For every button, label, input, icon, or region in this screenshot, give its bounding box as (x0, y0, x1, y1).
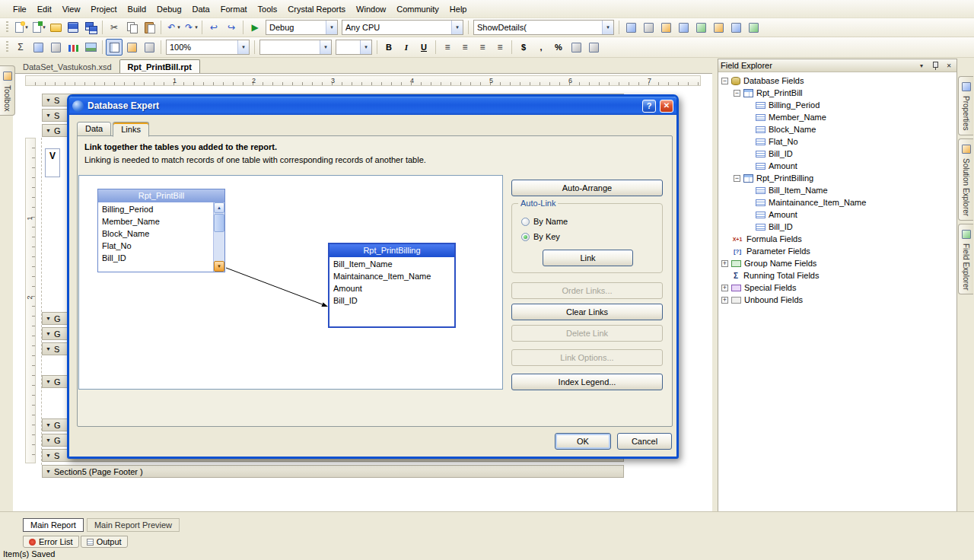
expand-box-icon[interactable]: + (721, 285, 728, 291)
properties-window-button[interactable] (675, 19, 692, 36)
insert-picture-button[interactable] (82, 39, 99, 56)
italic-button[interactable]: I (398, 39, 415, 56)
align-left-button[interactable]: ≡ (439, 39, 456, 56)
expand-box-icon[interactable]: + (721, 297, 728, 304)
align-justify-button[interactable]: ≡ (492, 39, 508, 56)
ok-button[interactable]: OK (555, 433, 611, 450)
tree-item-bill-item-name[interactable]: Bill_Item_Name (718, 184, 956, 196)
insert-summary-button[interactable]: Σ (12, 39, 29, 56)
tree-item-block-name[interactable]: Block_Name (718, 123, 956, 135)
link-table-title[interactable]: Rpt_PrintBilling (329, 244, 454, 257)
tree-item-rpt-printbill[interactable]: −Rpt_PrintBill (718, 87, 956, 99)
save-button[interactable] (65, 19, 81, 36)
dialog-tab-data[interactable]: Data (77, 122, 111, 136)
menu-item-build[interactable]: Build (123, 2, 151, 16)
object-browser-button[interactable] (692, 19, 709, 36)
document-tab-dataset-vastukosh-xsd[interactable]: DataSet_Vastukosh.xsd (15, 60, 119, 73)
tree-item-member-name[interactable]: Member_Name (718, 111, 956, 123)
close-icon[interactable]: ✕ (944, 61, 954, 71)
scrollbar[interactable]: ▲▼ (213, 202, 224, 272)
tree-item-unbound-fields[interactable]: +Unbound Fields (718, 294, 956, 306)
link-table-rpt-printbilling[interactable]: Rpt_PrintBillingBill_Item_NameMaintainan… (328, 243, 456, 328)
window-position-icon[interactable]: ▾ (916, 61, 927, 71)
link-field-maintainance-item-name[interactable]: Maintainance_Item_Name (329, 270, 454, 282)
menu-item-tools[interactable]: Tools (253, 2, 283, 16)
platform-combo[interactable]: Any CPU▾ (342, 20, 463, 35)
link-field-amount[interactable]: Amount (329, 282, 454, 294)
field-explorer-header[interactable]: Field Explorer ▾ ✕ (718, 59, 956, 72)
report-tab-main-report-preview[interactable]: Main Report Preview (87, 518, 180, 532)
link-canvas[interactable]: Rpt_PrintBillBilling_PeriodMember_NameBl… (78, 175, 503, 390)
tree-item-special-fields[interactable]: +Special Fields (718, 282, 956, 294)
chevron-down-icon[interactable]: ▾ (320, 40, 331, 54)
chevron-down-icon[interactable]: ▾ (360, 40, 371, 54)
menu-item-data[interactable]: Data (187, 2, 215, 16)
index-legend-button[interactable]: Index Legend... (511, 374, 663, 390)
tree-item-maintainance-item-name[interactable]: Maintainance_Item_Name (718, 196, 956, 208)
percent-button[interactable]: % (550, 39, 567, 56)
decrease-decimal-button[interactable] (585, 39, 602, 56)
find-combo[interactable]: ShowDetails(▾ (473, 20, 614, 35)
expand-box-icon[interactable]: + (721, 260, 728, 267)
dialog-title-bar[interactable]: Database Expert ? ✕ (69, 97, 676, 115)
panel-tab-output[interactable]: Output (81, 536, 128, 548)
debug-target-combo[interactable]: Debug▾ (266, 20, 338, 35)
start-debug-button[interactable]: ▶ (247, 19, 263, 36)
chevron-down-icon[interactable]: ▾ (326, 21, 337, 34)
toolbar-grip[interactable] (5, 41, 9, 53)
link-button[interactable]: Link (543, 250, 633, 266)
menu-item-format[interactable]: Format (215, 2, 253, 16)
auto-arrange-button[interactable]: Auto-Arrange (511, 180, 663, 196)
underline-button[interactable]: U (415, 39, 432, 56)
close-button[interactable]: ✕ (660, 100, 673, 113)
collapse-box-icon[interactable]: − (734, 175, 740, 182)
solution-explorer-button[interactable] (657, 19, 674, 36)
menu-item-edit[interactable]: Edit (32, 2, 57, 16)
link-field-bill-id[interactable]: Bill_ID (98, 252, 224, 264)
link-field-bill-id[interactable]: Bill_ID (329, 294, 454, 307)
add-new-item-button[interactable]: ▾ (12, 19, 29, 36)
find-in-files-button[interactable] (622, 19, 639, 36)
chevron-down-icon[interactable]: ▾ (451, 21, 463, 34)
menu-item-file[interactable]: File (8, 2, 32, 16)
dialog-tab-links[interactable]: Links (113, 122, 149, 137)
menu-item-community[interactable]: Community (391, 2, 444, 16)
insert-chart-button[interactable] (65, 39, 81, 56)
auto-hide-pin-icon[interactable] (930, 61, 941, 71)
undo-button[interactable]: ↶▾ (164, 19, 181, 36)
menu-item-debug[interactable]: Debug (151, 2, 186, 16)
font-name-combo[interactable]: ▾ (259, 40, 332, 55)
tree-item-billing-period[interactable]: Billing_Period (718, 99, 956, 111)
tree-item-rpt-printbilling[interactable]: −Rpt_PrintBilling (718, 172, 956, 184)
side-tab-properties[interactable]: Properties (958, 76, 973, 135)
panel-tab-error-list[interactable]: Error List (23, 536, 79, 548)
open-file-button[interactable] (47, 19, 64, 36)
link-field-member-name[interactable]: Member_Name (98, 215, 224, 228)
scroll-up-button[interactable]: ▲ (214, 202, 224, 213)
scroll-down-button[interactable]: ▼ (214, 261, 224, 272)
currency-button[interactable]: $ (515, 39, 532, 56)
paste-button[interactable] (141, 19, 158, 36)
copy-button[interactable] (123, 19, 140, 36)
menu-item-view[interactable]: View (57, 2, 86, 16)
menu-item-window[interactable]: Window (351, 2, 391, 16)
thousands-separator-button[interactable]: , (533, 39, 549, 56)
add-item-button[interactable]: ▾ (30, 19, 46, 36)
menu-item-project[interactable]: Project (85, 2, 122, 16)
zoom-combo[interactable]: 100%▾ (166, 40, 250, 55)
report-tab-main-report[interactable]: Main Report (23, 518, 84, 532)
command-window-button[interactable] (640, 19, 657, 36)
select-expert-button[interactable] (123, 39, 140, 56)
side-tab-field-explorer[interactable]: Field Explorer (958, 224, 973, 295)
link-table-rpt-printbill[interactable]: Rpt_PrintBillBilling_PeriodMember_NameBl… (97, 189, 225, 272)
align-right-button[interactable]: ≡ (474, 39, 491, 56)
font-size-combo[interactable]: ▾ (336, 40, 372, 55)
scroll-thumb[interactable] (214, 214, 224, 232)
radio-by-name[interactable]: By Name (521, 216, 568, 227)
tree-item-parameter-fields[interactable]: [?]Parameter Fields (718, 245, 956, 257)
insert-group-button[interactable] (30, 39, 46, 56)
section-footer-bar[interactable]: ▼ Section5 (Page Footer ) (42, 465, 624, 478)
redo-button[interactable]: ↷▾ (182, 19, 199, 36)
cancel-button[interactable]: Cancel (617, 433, 672, 450)
tree-item-running-total-fields[interactable]: ΣRunning Total Fields (718, 269, 956, 282)
